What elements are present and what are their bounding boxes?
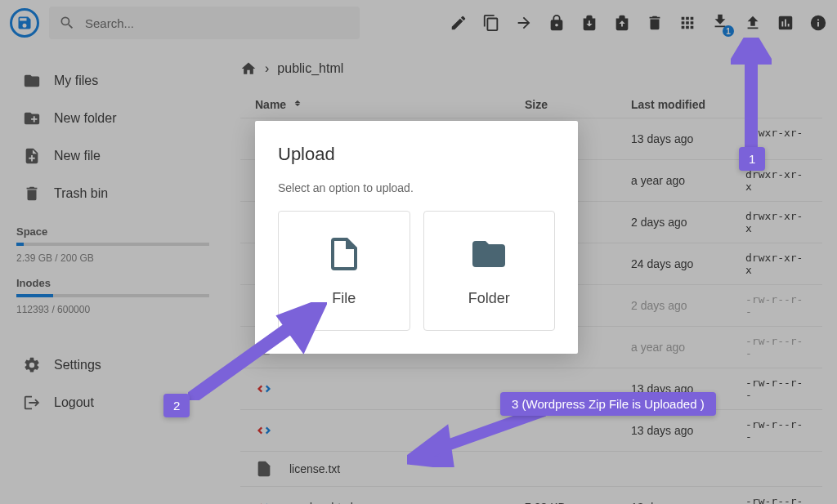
annotation-badge-1: 1 [739,147,765,171]
annotation-arrow-3 [407,410,546,471]
annotation-arrow-2 [188,302,327,404]
upload-folder-option[interactable]: Folder [423,211,556,331]
upload-folder-label: Folder [468,290,510,307]
upload-file-label: File [332,290,356,307]
annotation-text-3: 3 (Wordpress Zip File is Uploaded ) [500,392,716,416]
annotation-arrow-1 [731,38,772,155]
annotation-badge-2: 2 [163,394,190,417]
modal-subtitle: Select an option to upload. [278,181,555,194]
modal-title: Upload [278,144,555,165]
folder-icon [469,234,508,274]
file-icon [325,234,364,274]
